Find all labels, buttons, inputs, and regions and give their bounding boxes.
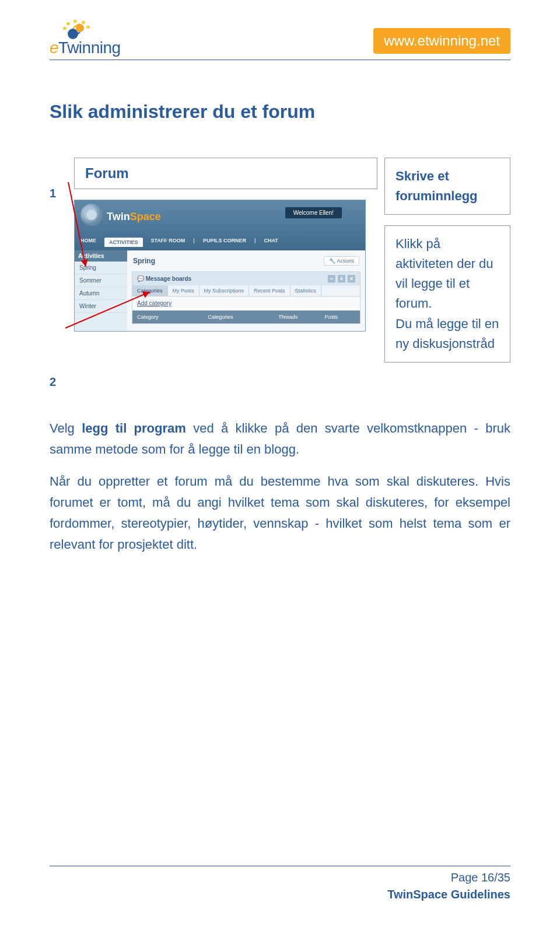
- right-body-cell: Klikk på aktiviteten der du vil legge ti…: [384, 225, 510, 363]
- actions-button[interactable]: 🔧 Actions: [324, 256, 359, 266]
- tab-categories[interactable]: Categories: [132, 285, 168, 296]
- paragraph-2: Når du oppretter et forum må du bestemme…: [50, 471, 510, 556]
- instruction-layout: 1 2 Forum TwinSpace Welcome Ellen! HOME …: [50, 158, 510, 389]
- logo-stars-icon: [60, 18, 95, 41]
- footer-guidelines: TwinSpace Guidelines: [387, 888, 510, 901]
- svg-marker-3: [66, 21, 71, 26]
- activity-title: Spring: [133, 257, 155, 265]
- minimize-icon[interactable]: −: [328, 275, 335, 283]
- col-posts: Posts: [320, 313, 360, 321]
- categories-table-header: Category Categories Threads Posts: [132, 311, 360, 323]
- middle-column: Forum TwinSpace Welcome Ellen! HOME ACTI…: [74, 158, 377, 389]
- page-number: Page 16/35: [451, 871, 510, 884]
- svg-marker-2: [62, 26, 67, 30]
- welcome-button[interactable]: Welcome Ellen!: [285, 207, 342, 218]
- activities-sidebar: Activities Spring Sommer Autumn Winter: [75, 250, 127, 331]
- col-threads: Threads: [274, 313, 320, 321]
- sidebar-item-spring[interactable]: Spring: [75, 262, 127, 274]
- footer-divider: [50, 866, 510, 866]
- logo-text: eTwinning: [50, 39, 121, 57]
- page-title: Slik administrerer du et forum: [50, 101, 510, 123]
- main-title-row: Spring 🔧 Actions: [132, 254, 360, 268]
- main-nav: HOME ACTIVITIES STAFF ROOM | PUPILS CORN…: [80, 238, 278, 247]
- col-categories: Categories: [203, 313, 274, 321]
- nav-separator: |: [193, 238, 195, 247]
- right-title-cell: Skrive et foruminnlegg: [384, 158, 510, 215]
- svg-marker-5: [81, 20, 86, 25]
- close-icon[interactable]: ×: [348, 275, 355, 283]
- sidebar-header: Activities: [75, 250, 127, 262]
- comments-icon: 💬: [137, 276, 144, 282]
- screenshot-container: TwinSpace Welcome Ellen! HOME ACTIVITIES…: [74, 200, 366, 332]
- step-2-marker: 2: [50, 375, 67, 389]
- tab-my-subscriptions[interactable]: My Subscriptions: [200, 285, 250, 296]
- sidebar-item-autumn[interactable]: Autumn: [75, 287, 127, 300]
- sidebar-item-winter[interactable]: Winter: [75, 300, 127, 313]
- nav-staff-room[interactable]: STAFF ROOM: [151, 238, 186, 247]
- add-icon[interactable]: +: [338, 275, 345, 283]
- header-divider: [50, 60, 510, 60]
- portlet-header: 💬 Message boards − + ×: [132, 272, 360, 285]
- board-tabs: Categories My Posts My Subscriptions Rec…: [132, 285, 360, 297]
- nav-activities[interactable]: ACTIVITIES: [104, 238, 143, 247]
- main-panel: Spring 🔧 Actions 💬 Message boards: [127, 250, 365, 331]
- page-footer: Page 16/35 TwinSpace Guidelines: [50, 866, 510, 901]
- add-category-link[interactable]: Add category: [132, 297, 360, 311]
- etwinning-logo: eTwinning: [50, 18, 121, 57]
- nav-home[interactable]: HOME: [80, 238, 96, 247]
- nav-pupils-corner[interactable]: PUPILS CORNER: [203, 238, 246, 247]
- site-name: TwinSpace: [107, 211, 161, 223]
- twinspace-screenshot: TwinSpace Welcome Ellen! HOME ACTIVITIES…: [74, 200, 366, 332]
- wrench-icon: 🔧: [329, 258, 335, 264]
- gear-icon: [80, 204, 103, 226]
- screenshot-topbar: TwinSpace Welcome Ellen! HOME ACTIVITIES…: [75, 200, 365, 250]
- screenshot-body: Activities Spring Sommer Autumn Winter S…: [75, 250, 365, 331]
- nav-chat[interactable]: CHAT: [264, 238, 278, 247]
- nav-separator: |: [254, 238, 256, 247]
- portlet-title: 💬 Message boards: [137, 276, 191, 282]
- site-logo-area: [80, 204, 103, 226]
- step-markers: 1 2: [50, 158, 67, 389]
- tab-statistics[interactable]: Statistics: [290, 285, 321, 296]
- message-boards-portlet: 💬 Message boards − + × Categor: [132, 271, 360, 324]
- page-header: eTwinning www.etwinning.net: [50, 18, 510, 57]
- sidebar-item-sommer[interactable]: Sommer: [75, 274, 127, 287]
- paragraph-1: Velg legg til program ved å klikke på de…: [50, 418, 510, 461]
- tab-my-posts[interactable]: My Posts: [168, 285, 200, 296]
- col-category: Category: [132, 313, 203, 321]
- svg-marker-4: [73, 19, 78, 23]
- svg-marker-6: [86, 25, 90, 29]
- portlet-controls: − + ×: [328, 275, 355, 283]
- right-column: Skrive et foruminnlegg Klikk på aktivite…: [384, 158, 510, 389]
- tab-recent-posts[interactable]: Recent Posts: [249, 285, 290, 296]
- step-1-marker: 1: [50, 187, 67, 200]
- url-badge: www.etwinning.net: [373, 28, 510, 54]
- forum-label-cell: Forum: [74, 158, 377, 189]
